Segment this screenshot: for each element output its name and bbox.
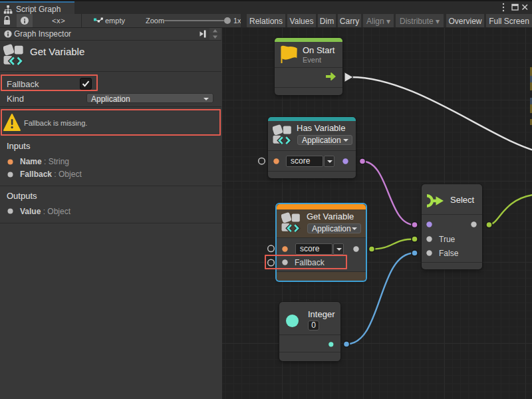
svg-text:<x>: <x> <box>52 17 65 25</box>
svg-text:Zoom: Zoom <box>146 17 164 25</box>
svg-text:empty: empty <box>105 17 125 25</box>
